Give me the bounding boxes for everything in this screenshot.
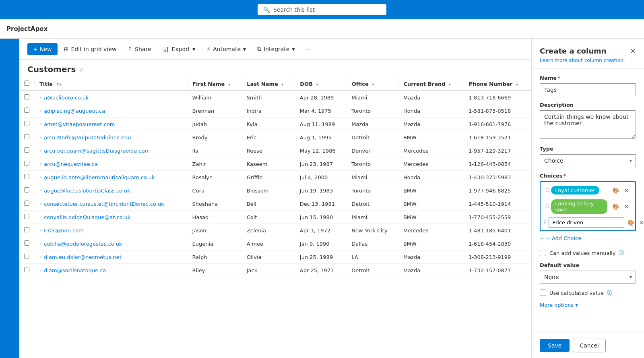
title-cell[interactable]: diam.eu.dolor@necmetus.net: [35, 250, 188, 264]
row-checkbox[interactable]: [24, 94, 29, 99]
select-all-header[interactable]: [19, 77, 35, 91]
title-column-header[interactable]: Title ↑▾: [35, 77, 188, 91]
choice-delete-button-3[interactable]: ✕: [638, 219, 644, 227]
row-checkbox-cell[interactable]: [19, 184, 35, 197]
row-checkbox-cell[interactable]: [19, 171, 35, 184]
table-row: diam@sociisnatoque.ca Riley Jack Apr 25,…: [19, 264, 531, 277]
main-layout: + New ⊞ Edit in grid view ↑ Share 📊 Expo…: [0, 39, 644, 358]
add-choice-button[interactable]: + + Add Choice: [540, 233, 581, 244]
more-button[interactable]: ···: [301, 43, 315, 55]
can-add-info-icon[interactable]: ⓘ: [619, 249, 624, 257]
panel-close-button[interactable]: ✕: [628, 45, 638, 57]
row-checkbox-cell[interactable]: [19, 224, 35, 237]
table-container[interactable]: Title ↑▾ First Name ▾ Last Name ▾ DOB ▾ …: [19, 77, 531, 277]
row-checkbox[interactable]: [24, 267, 29, 272]
more-options-button[interactable]: More options ▾: [540, 302, 636, 308]
row-checkbox[interactable]: [24, 161, 29, 166]
dob-cell: Dec 13, 1981: [295, 197, 347, 211]
title-cell[interactable]: augue.id.ante@liberomaurisaliquam.co.uk: [35, 171, 188, 184]
dob-column-header[interactable]: DOB ▾: [295, 77, 347, 91]
title-cell[interactable]: amet@vitaeposuereat.com: [35, 118, 188, 131]
choice-color-button-1[interactable]: 🎨: [611, 186, 621, 195]
favorite-star-icon[interactable]: ☆: [79, 66, 85, 73]
choice-delete-button-1[interactable]: ✕: [622, 186, 630, 195]
row-checkbox[interactable]: [24, 227, 29, 232]
title-cell[interactable]: cubilia@eudoloregestas.co.uk: [35, 237, 188, 250]
office-column-header[interactable]: Office ▾: [347, 77, 398, 91]
row-checkbox[interactable]: [24, 134, 29, 139]
learn-more-link[interactable]: Learn more about column creation.: [540, 58, 636, 63]
row-checkbox-cell[interactable]: [19, 197, 35, 211]
choice-input-3[interactable]: [549, 217, 624, 228]
row-checkbox-cell[interactable]: [19, 144, 35, 157]
name-input[interactable]: [540, 83, 636, 96]
title-cell[interactable]: consectetuer.cursus.et@tinciduntDonec.co…: [35, 197, 188, 211]
search-box[interactable]: 🔍 Search this list: [258, 4, 386, 15]
firstname-column-header[interactable]: First Name ▾: [188, 77, 242, 91]
automate-button[interactable]: ⚡ Automate ▾: [202, 43, 251, 55]
dob-cell: Aug 11, 1989: [295, 118, 347, 131]
select-all-checkbox[interactable]: [24, 81, 29, 86]
default-value-select[interactable]: None Loyal customer Looking to buy soon …: [540, 271, 636, 284]
title-cell[interactable]: arcu.vel.quam@sagittisDuisgravida.com: [35, 144, 188, 157]
phone-column-header[interactable]: Phone Number ▾: [464, 77, 531, 91]
share-button[interactable]: ↑ Share: [123, 43, 156, 55]
lastname-column-header[interactable]: Last Name ▾: [242, 77, 295, 91]
search-placeholder: Search this list: [273, 6, 315, 13]
title-cell[interactable]: Cras@non.com: [35, 224, 188, 237]
integrate-button[interactable]: ⧉ Integrate ▾: [252, 43, 299, 55]
row-checkbox[interactable]: [24, 201, 29, 206]
row-checkbox[interactable]: [24, 174, 29, 179]
phone-cell: 1-770-455-2559: [464, 211, 531, 224]
row-checkbox-cell[interactable]: [19, 264, 35, 277]
title-cell[interactable]: a@aclibero.co.uk: [35, 91, 188, 104]
export-button[interactable]: 📊 Export ▾: [157, 43, 200, 55]
brand-cell: Mercedes: [398, 144, 464, 157]
list-title: Customers: [27, 64, 76, 74]
type-select-wrapper: Choice Text Number Date ▾: [540, 154, 636, 167]
row-checkbox-cell[interactable]: [19, 157, 35, 171]
choice-color-button-3[interactable]: 🎨: [626, 219, 636, 227]
choice-color-button-2[interactable]: 🎨: [611, 203, 621, 211]
title-cell[interactable]: diam@sociisnatoque.ca: [35, 264, 188, 277]
type-select[interactable]: Choice Text Number Date: [540, 154, 636, 167]
row-checkbox-cell[interactable]: [19, 211, 35, 224]
row-checkbox-cell[interactable]: [19, 118, 35, 131]
title-cell[interactable]: convallis.dolor.Quisque@at.co.uk: [35, 211, 188, 224]
row-checkbox[interactable]: [24, 254, 29, 259]
choice-delete-button-2[interactable]: ✕: [622, 203, 630, 211]
row-checkbox[interactable]: [24, 147, 29, 153]
cancel-button[interactable]: Cancel: [573, 339, 605, 352]
title-cell[interactable]: arcu.Morbi@vulputateduinec.edu: [35, 131, 188, 144]
row-checkbox-cell[interactable]: [19, 237, 35, 250]
more-options-chevron-icon: ▾: [575, 302, 578, 308]
row-checkbox[interactable]: [24, 121, 29, 126]
brand-column-header[interactable]: Current Brand ▾: [398, 77, 464, 91]
title-cell[interactable]: arcu@nequevitae.ca: [35, 157, 188, 171]
drag-handle-icon-2[interactable]: ⠿: [545, 203, 549, 210]
edit-grid-button[interactable]: ⊞ Edit in grid view: [59, 43, 122, 55]
use-calculated-row: Use calculated value ⓘ: [540, 289, 636, 296]
table-row: diam.eu.dolor@necmetus.net Ralph Olivia …: [19, 250, 531, 264]
row-checkbox[interactable]: [24, 240, 29, 246]
drag-handle-icon-3[interactable]: ⠿: [543, 219, 547, 226]
save-button[interactable]: Save: [540, 339, 570, 352]
name-field-label: Name *: [540, 75, 636, 81]
row-checkbox[interactable]: [24, 108, 29, 113]
row-checkbox-cell[interactable]: [19, 104, 35, 118]
title-cell[interactable]: augue@luctuslobortisClass.co.uk: [35, 184, 188, 197]
row-checkbox-cell[interactable]: [19, 250, 35, 264]
can-add-manually-checkbox[interactable]: [540, 250, 546, 256]
row-checkbox-cell[interactable]: [19, 131, 35, 144]
row-checkbox-cell[interactable]: [19, 91, 35, 104]
description-textarea[interactable]: Certain things we know about the custome…: [540, 110, 636, 139]
use-calculated-label: Use calculated value: [549, 290, 604, 296]
brand-cell: BMW: [398, 184, 464, 197]
new-button[interactable]: + New: [27, 43, 58, 55]
use-calculated-checkbox[interactable]: [540, 290, 546, 296]
title-cell[interactable]: adipiscing@augueut.ca: [35, 104, 188, 118]
use-calculated-info-icon[interactable]: ⓘ: [607, 289, 612, 296]
row-checkbox[interactable]: [24, 187, 29, 192]
row-checkbox[interactable]: [24, 214, 29, 219]
drag-handle-icon-1[interactable]: ⠿: [545, 187, 549, 194]
